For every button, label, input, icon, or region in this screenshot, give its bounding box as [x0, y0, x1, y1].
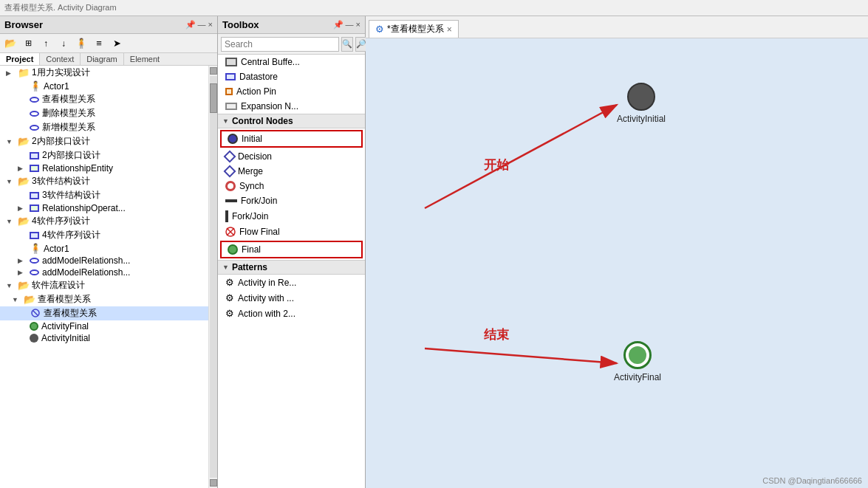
tree-label: 4软件序列设计 — [42, 229, 100, 241]
tree-item-13[interactable]: 4软件序列设计 — [0, 228, 208, 242]
tree-item-10[interactable]: 3软件结构设计 — [0, 188, 208, 202]
toolbox-item-merge[interactable]: Merge — [218, 164, 365, 179]
close-icon[interactable]: × — [208, 20, 213, 30]
folder-icon: 📁 — [18, 67, 30, 78]
scroll-up-button[interactable] — [210, 67, 217, 75]
usecase-icon — [30, 111, 39, 117]
tab-element[interactable]: Element — [124, 53, 165, 65]
tree-label: ActivityFinal — [41, 321, 89, 331]
tree-label: 删除模型关系 — [42, 107, 95, 120]
tree-item-6[interactable]: ▼ 📂 2内部接口设计 — [0, 134, 208, 148]
pin-icon[interactable]: 📌 — [185, 20, 196, 30]
tree-item-9[interactable]: ▼ 📂 3软件结构设计 — [0, 174, 208, 188]
folder-open-button[interactable]: 📂 — [2, 36, 18, 51]
activity-icon — [30, 308, 41, 320]
tree-item-4[interactable]: 删除模型关系 — [0, 106, 208, 120]
class-icon — [30, 192, 39, 199]
tab-project[interactable]: Project — [0, 53, 40, 65]
final-node-icon — [30, 322, 38, 331]
entity-icon — [30, 165, 39, 172]
pattern-icon-2: ⚙ — [225, 292, 234, 303]
tree-item-15[interactable]: ▶ addModelRelationsh... — [0, 255, 208, 267]
tab-diagram[interactable]: Diagram — [81, 53, 124, 65]
toolbox-item-fork-h[interactable]: Fork/Join — [218, 193, 365, 208]
up-button[interactable]: ↑ — [38, 36, 54, 51]
toolbox-close-icon[interactable]: × — [356, 20, 360, 30]
tree-item-7[interactable]: 2内部接口设计 — [0, 148, 208, 162]
scroll-down-button[interactable] — [210, 479, 217, 487]
diagram-tab[interactable]: ⚙ *查看模型关系 × — [369, 20, 459, 38]
diagram-tab-bar: ⚙ *查看模型关系 × — [366, 16, 868, 38]
toolbox-item-action-with[interactable]: ⚙ Action with 2... — [218, 306, 365, 321]
tree-label: addModelRelationsh... — [42, 255, 130, 266]
diagram-canvas: 开始 结束 ActivityInitial ActivityFinal CSDN… — [366, 38, 868, 488]
tree-item-1[interactable]: ▶ 📁 1用力实现设计 — [0, 66, 208, 80]
scroll-thumb[interactable] — [210, 83, 217, 113]
toolbox-item-synch[interactable]: Synch — [218, 179, 365, 193]
toolbox-header: Toolbox 📌 — × — [218, 16, 365, 34]
minimize-icon[interactable]: — — [198, 20, 206, 30]
toolbox-item-final-highlighted[interactable]: Final — [220, 241, 363, 258]
menu-button[interactable]: ≡ — [91, 36, 107, 51]
toolbox-label: Activity with ... — [238, 293, 294, 303]
diagram-tab-close[interactable]: × — [447, 24, 452, 35]
browser-tree: ▶ 📁 1用力实现设计 🧍 Actor1 — [0, 66, 208, 488]
node-activity-initial[interactable]: ActivityInitial — [617, 83, 666, 124]
browser-panel: Browser 📌 — × 📂 ⊞ ↑ ↓ 🧍 ≡ ➤ Project — [0, 16, 218, 488]
down-button[interactable]: ↓ — [55, 36, 72, 51]
tree-item-21[interactable]: ActivityInitial — [0, 332, 208, 344]
actor-button[interactable]: 🧍 — [73, 36, 89, 51]
structure-button[interactable]: ⊞ — [20, 36, 36, 51]
control-nodes-header[interactable]: ▼ Control Nodes — [218, 114, 365, 128]
entity-icon — [30, 205, 39, 212]
arrow-button[interactable]: ➤ — [109, 36, 125, 51]
svg-line-1 — [33, 311, 38, 315]
tree-item-19-selected[interactable]: 查看模型关系 — [0, 306, 208, 320]
watermark: CSDN @Daqingtian666666 — [762, 476, 862, 485]
toolbox-minimize-icon[interactable]: — — [346, 20, 354, 30]
toolbox-item-decision[interactable]: Decision — [218, 149, 365, 164]
toolbox-item-flow-final[interactable]: Flow Final — [218, 224, 365, 239]
collapse-icon-2: ▼ — [222, 264, 229, 271]
tree-item-16[interactable]: ▶ addModelRelationsh... — [0, 267, 208, 278]
tree-item-17[interactable]: ▼ 📂 软件流程设计 — [0, 278, 208, 292]
tree-item-3[interactable]: 查看模型关系 — [0, 92, 208, 106]
toolbox-item-action-pin[interactable]: Action Pin — [218, 84, 365, 99]
initial-node-icon — [30, 334, 38, 343]
toolbox-label: Action Pin — [236, 86, 276, 97]
toolbox-item-fork-v[interactable]: Fork/Join — [218, 208, 365, 224]
toolbox-item-activity-in-re[interactable]: ⚙ Activity in Re... — [218, 275, 365, 290]
patterns-header[interactable]: ▼ Patterns — [218, 260, 365, 275]
toolbox-label: Expansion N... — [241, 101, 298, 111]
tree-label: Actor1 — [44, 81, 69, 92]
tab-context[interactable]: Context — [40, 53, 81, 65]
toolbox-item-expansion[interactable]: Expansion N... — [218, 99, 365, 114]
tree-item-20[interactable]: ActivityFinal — [0, 320, 208, 332]
tree-item-12[interactable]: ▼ 📂 4软件序列设计 — [0, 214, 208, 228]
search-button[interactable]: 🔍 — [341, 37, 353, 52]
tree-item-5[interactable]: 新增模型关系 — [0, 120, 208, 134]
toolbox-item-activity-with[interactable]: ⚙ Activity with ... — [218, 290, 365, 306]
toolbox-item-initial-highlighted[interactable]: Initial — [220, 130, 363, 148]
fork-h-icon — [225, 199, 237, 202]
tree-item-14[interactable]: 🧍 Actor1 — [0, 242, 208, 255]
tree-label: addModelRelationsh... — [42, 267, 130, 278]
toolbox-label: Final — [242, 244, 261, 255]
scroll-track[interactable] — [210, 76, 217, 478]
tree-item-2[interactable]: 🧍 Actor1 — [0, 80, 208, 92]
tree-item-18[interactable]: ▼ 📂 查看模型关系 — [0, 292, 208, 306]
collapse-icon: ▼ — [222, 117, 229, 125]
toolbox-label: Flow Final — [239, 227, 280, 237]
toolbox-panel: Toolbox 📌 — × 🔍 🔎 ≡ Central Buff — [218, 16, 366, 488]
tree-item-11[interactable]: ▶ RelationshipOperat... — [0, 202, 208, 214]
tree-item-8[interactable]: ▶ RelationshipEntity — [0, 162, 208, 174]
toolbox-item-central-buffer[interactable]: Central Buffe... — [218, 55, 365, 69]
node-activity-final[interactable]: ActivityFinal — [614, 341, 661, 382]
toolbox-item-datastore[interactable]: Datastore — [218, 69, 365, 84]
initial-icon — [228, 134, 238, 144]
browser-scrollbar[interactable] — [208, 66, 217, 488]
toolbox-pin-icon[interactable]: 📌 — [333, 20, 344, 30]
browser-header: Browser 📌 — × — [0, 16, 217, 34]
browser-tree-container: ▶ 📁 1用力实现设计 🧍 Actor1 — [0, 66, 217, 488]
search-input[interactable] — [221, 37, 339, 52]
